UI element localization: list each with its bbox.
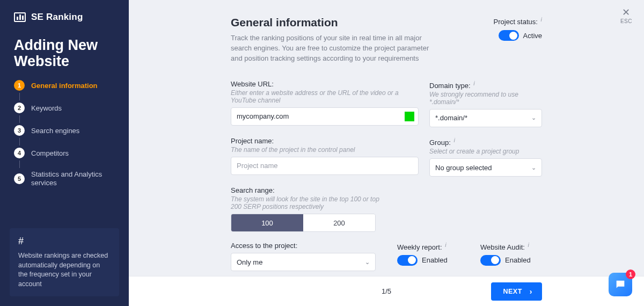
close-label: ESC xyxy=(620,18,632,24)
weekly-report-value: Enabled xyxy=(422,256,448,264)
weekly-report-toggle[interactable] xyxy=(397,255,418,266)
chevron-down-icon: ⌄ xyxy=(531,164,536,171)
info-icon[interactable]: i xyxy=(528,242,529,248)
project-name-label: Project name: xyxy=(231,137,419,145)
main-panel: ✕ ESC General information Track the rank… xyxy=(129,0,644,306)
step-connector xyxy=(19,161,20,168)
step-connector xyxy=(19,138,20,145)
tip-text: Website rankings are checked automatical… xyxy=(18,251,111,289)
project-status-label: Project status: i xyxy=(494,16,542,26)
step-number: 5 xyxy=(14,173,25,184)
step-number: 4 xyxy=(14,148,25,158)
info-icon[interactable]: i xyxy=(445,242,446,248)
step-label: General information xyxy=(31,82,98,90)
close-icon: ✕ xyxy=(620,8,632,17)
section-description: Track the ranking positions of your site… xyxy=(231,33,429,64)
search-range-200[interactable]: 200 xyxy=(303,214,375,231)
domain-type-label: Domain type: i xyxy=(429,80,542,90)
step-connector xyxy=(19,93,20,100)
next-button[interactable]: NEXT › xyxy=(491,282,542,301)
step-label: Statistics and Analytics services xyxy=(31,170,115,187)
url-hint: Either enter a website address or the UR… xyxy=(231,89,419,104)
page-title: Adding New Website xyxy=(0,23,129,80)
chat-icon xyxy=(614,279,626,290)
search-range-label: Search range: xyxy=(231,186,542,194)
info-icon[interactable]: i xyxy=(453,137,455,143)
chevron-down-icon: ⌄ xyxy=(365,259,370,266)
step-search-engines[interactable]: 3 Search engines xyxy=(14,125,115,136)
chat-widget[interactable]: 1 xyxy=(609,273,632,296)
group-label: Group: i xyxy=(429,137,542,147)
url-label: Website URL: xyxy=(231,80,419,88)
footer-bar: 1/5 NEXT › xyxy=(129,276,644,306)
search-range-segment: 100 200 xyxy=(231,214,376,232)
step-general-information[interactable]: 1 General information xyxy=(14,80,115,91)
website-audit-toggle[interactable] xyxy=(480,255,501,266)
step-connector xyxy=(19,115,20,123)
wizard-steps: 1 General information 2 Keywords 3 Searc… xyxy=(0,80,129,187)
step-label: Competitors xyxy=(31,149,69,158)
bar-chart-icon xyxy=(14,12,26,22)
info-icon[interactable]: i xyxy=(473,80,474,86)
hash-icon: # xyxy=(18,236,111,247)
arrow-right-icon: › xyxy=(530,287,532,296)
brand-logo: SE Ranking xyxy=(0,12,129,23)
domain-type-hint: We strongly recommend to use *.domain/* xyxy=(429,91,542,106)
chat-badge: 1 xyxy=(626,269,635,279)
project-status-toggle[interactable] xyxy=(499,30,519,41)
group-hint: Select or create a project group xyxy=(429,148,542,155)
domain-type-select[interactable]: *.domain/* ⌄ xyxy=(429,109,542,127)
step-label: Keywords xyxy=(31,104,62,113)
project-name-input[interactable] xyxy=(231,157,419,175)
favicon-icon xyxy=(405,112,414,121)
weekly-report-label: Weekly report: i xyxy=(397,242,459,251)
step-competitors[interactable]: 4 Competitors xyxy=(14,148,115,158)
website-audit-label: Website Audit: i xyxy=(480,242,542,251)
section-heading: General information xyxy=(231,16,429,29)
project-name-hint: The name of the project in the control p… xyxy=(231,146,419,154)
access-label: Access to the project: xyxy=(231,242,376,250)
step-number: 2 xyxy=(14,103,25,113)
sidebar: SE Ranking Adding New Website 1 General … xyxy=(0,0,129,306)
step-number: 3 xyxy=(14,125,25,136)
step-keywords[interactable]: 2 Keywords xyxy=(14,103,115,113)
website-audit-value: Enabled xyxy=(505,256,531,264)
group-select[interactable]: No group selected ⌄ xyxy=(429,158,542,177)
step-number: 1 xyxy=(14,80,25,91)
tip-box: # Website rankings are checked automatic… xyxy=(10,228,119,296)
chevron-down-icon: ⌄ xyxy=(531,114,536,121)
step-statistics[interactable]: 5 Statistics and Analytics services xyxy=(14,170,115,187)
close-button[interactable]: ✕ ESC xyxy=(620,8,632,24)
brand-name: SE Ranking xyxy=(31,12,83,23)
search-range-100[interactable]: 100 xyxy=(231,214,303,231)
search-range-hint: The system will look for the site in the… xyxy=(231,195,381,210)
access-select[interactable]: Only me ⌄ xyxy=(231,253,376,271)
step-label: Search engines xyxy=(31,127,79,135)
project-status-value: Active xyxy=(523,32,542,40)
website-url-input[interactable] xyxy=(231,107,419,126)
form-content: General information Track the ranking po… xyxy=(129,0,644,276)
wizard-progress: 1/5 xyxy=(382,287,391,295)
info-icon[interactable]: i xyxy=(541,16,542,23)
